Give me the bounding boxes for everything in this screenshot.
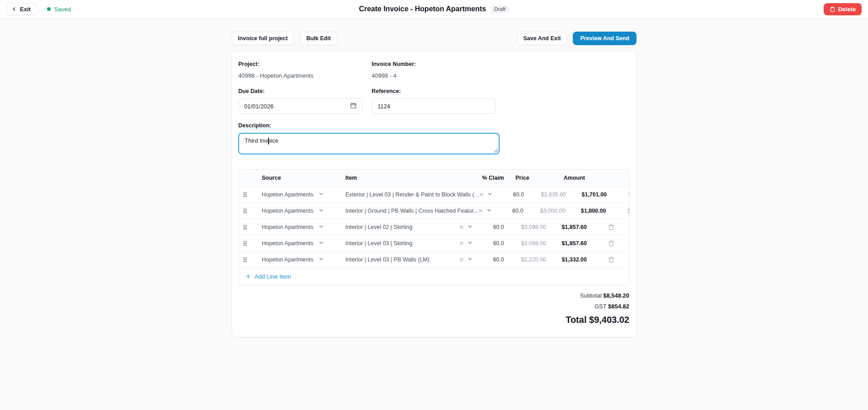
item-select[interactable]: Interior | Level 03 | Skirting [337, 240, 476, 247]
clear-item-icon[interactable] [459, 224, 464, 230]
preview-and-send-button[interactable]: Preview And Send [573, 32, 637, 45]
clear-item-icon[interactable] [459, 241, 464, 246]
price-value: $3,000.00 [524, 208, 567, 214]
exit-label: Exit [20, 6, 31, 13]
source-select[interactable]: Hopeton Apartments [251, 256, 337, 263]
invoice-card: Project: 40998 - Hopeton Apartments Invo… [231, 51, 637, 337]
chevron-down-icon [318, 240, 324, 247]
subtotal-label: Subtotal [580, 292, 602, 299]
price-value: $2,835.00 [525, 191, 568, 198]
claim-value[interactable]: 60.0 [495, 191, 525, 198]
chevron-down-icon [487, 191, 493, 198]
drag-handle[interactable] [239, 208, 251, 214]
save-and-exit-button[interactable]: Save And Exit [517, 32, 567, 45]
drag-handle[interactable] [239, 256, 251, 263]
description-field: Description: Third Invoice [238, 122, 630, 154]
chevron-down-icon [318, 207, 324, 214]
source-select[interactable]: Hopeton Apartments [251, 207, 337, 214]
resize-grip-icon[interactable] [494, 149, 498, 153]
delete-button[interactable]: Delete [824, 3, 862, 15]
due-date-input[interactable]: 01/01/2026 [238, 98, 363, 114]
due-date-field: Due Date: 01/01/2026 [238, 88, 372, 114]
clear-item-icon[interactable] [459, 257, 464, 262]
bulk-edit-button[interactable]: Bulk Edit [300, 32, 337, 45]
invoice-number-value: 40998 - 4 [372, 72, 396, 79]
col-amount: Amount [548, 175, 593, 181]
delete-row-button[interactable] [593, 240, 629, 247]
claim-value[interactable]: 60.0 [476, 224, 505, 230]
source-select[interactable]: Hopeton Apartments [251, 240, 337, 247]
amount-value: $1,701.00 [568, 191, 613, 198]
project-value: 40998 - Hopeton Apartments [238, 72, 313, 79]
chevron-left-icon [11, 6, 17, 12]
source-value: Hopeton Apartments [262, 256, 313, 263]
drag-handle[interactable] [239, 224, 251, 230]
col-item: Item [337, 175, 476, 181]
exit-button[interactable]: Exit [6, 3, 37, 15]
table-body: Hopeton Apartments Exterior | Level 03 |… [239, 186, 629, 268]
delete-row-button[interactable] [613, 191, 630, 198]
add-line-item-row: Add Line Item [239, 268, 629, 285]
delete-label: Delete [838, 6, 856, 13]
plus-icon [245, 273, 251, 280]
source-value: Hopeton Apartments [262, 240, 313, 247]
reference-input[interactable]: 1124 [372, 98, 496, 114]
drag-handle[interactable] [239, 240, 251, 247]
delete-row-button[interactable] [593, 224, 629, 230]
item-select[interactable]: Interior | Ground | PB Walls | Cross Hat… [337, 207, 495, 214]
trash-icon [608, 240, 614, 247]
drag-handle[interactable] [239, 191, 251, 198]
saved-dot-icon [47, 7, 51, 11]
delete-row-button[interactable] [612, 208, 630, 214]
text-caret [268, 138, 269, 144]
table-row: Hopeton Apartments Interior | Level 03 |… [239, 235, 629, 252]
amount-value: $1,800.00 [567, 208, 612, 214]
table-row: Hopeton Apartments Interior | Level 03 |… [239, 252, 629, 268]
table-header: Source Item % Claim Price Amount [239, 170, 629, 186]
item-select[interactable]: Interior | Level 02 | Skirting [337, 224, 476, 231]
claim-value[interactable]: 60.0 [495, 208, 524, 214]
save-status: Saved [47, 6, 71, 13]
source-value: Hopeton Apartments [262, 208, 313, 214]
invoice-full-project-button[interactable]: Invoice full project [231, 32, 294, 45]
grip-dots-icon [242, 240, 248, 247]
due-date-value: 01/01/2026 [244, 103, 274, 110]
col-price: Price [505, 175, 548, 181]
chevron-down-icon [467, 240, 473, 247]
price-value: $3,096.00 [505, 224, 548, 230]
claim-value[interactable]: 60.0 [476, 240, 505, 247]
item-value: Interior | Ground | PB Walls | Cross Hat… [345, 208, 478, 214]
clear-item-icon[interactable] [479, 192, 484, 197]
total-line: Total $9,403.02 [238, 315, 629, 325]
source-select[interactable]: Hopeton Apartments [251, 191, 337, 198]
item-select[interactable]: Interior | Level 03 | PB Walls (LM) [337, 256, 476, 263]
claim-value[interactable]: 60.0 [476, 256, 505, 263]
trash-icon [608, 256, 614, 263]
item-value: Interior | Level 03 | Skirting [345, 240, 412, 247]
add-line-item-button[interactable]: Add Line Item [245, 273, 291, 280]
clear-item-icon[interactable] [478, 208, 483, 214]
price-value: $3,096.00 [505, 240, 548, 247]
calendar-icon[interactable] [350, 102, 357, 110]
reference-value: 1124 [377, 103, 390, 110]
trash-icon [830, 6, 835, 12]
source-select[interactable]: Hopeton Apartments [251, 224, 337, 231]
chevron-down-icon [467, 256, 473, 263]
status-badge: Draft [491, 5, 509, 13]
item-select[interactable]: Exterior | Level 03 | Render & Paint to … [337, 191, 495, 198]
amount-value: $1,857.60 [548, 240, 593, 247]
amount-value: $1,332.00 [548, 256, 593, 263]
project-field: Project: 40998 - Hopeton Apartments [238, 61, 372, 79]
delete-row-button[interactable] [593, 256, 629, 263]
chevron-down-icon [318, 191, 324, 198]
grip-dots-icon [242, 224, 248, 230]
item-value: Interior | Level 02 | Skirting [345, 224, 412, 230]
saved-label: Saved [54, 6, 71, 13]
description-input[interactable]: Third Invoice [238, 133, 500, 154]
grip-dots-icon [242, 191, 248, 198]
project-label: Project: [238, 61, 372, 67]
description-label: Description: [238, 122, 630, 129]
trash-icon [608, 224, 614, 230]
page-title: Create Invoice - Hopeton Apartments [359, 5, 486, 13]
trash-icon [628, 191, 630, 198]
